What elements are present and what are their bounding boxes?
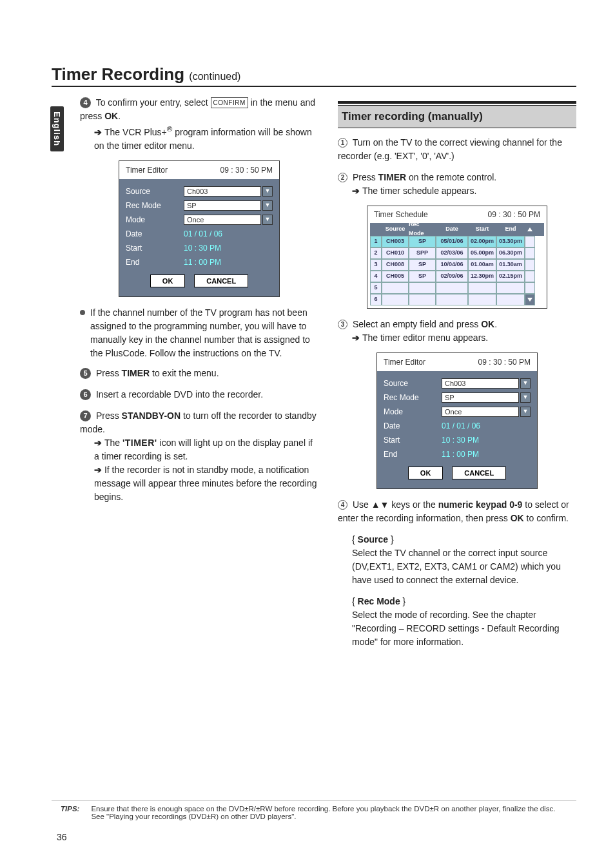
- cell-date: 02/03/06: [436, 247, 468, 259]
- cell-recmode: [409, 294, 436, 305]
- chevron-down-icon: ▼: [520, 378, 531, 389]
- timer-editor-right: Timer Editor 09 : 30 : 50 PM SourceCh003…: [376, 352, 538, 490]
- step-4: 4 To confirm your entry, select CONFIRM …: [80, 96, 318, 153]
- step-4-result: ➔ The VCR Plus+® program information wil…: [80, 123, 318, 153]
- schedule-columns: Source Rec Mode Date Start End: [370, 223, 544, 236]
- cell-end: 03.30pm: [496, 236, 525, 247]
- field-mode: Once: [442, 407, 519, 417]
- step-7-result-1: ➔ The 'TIMER' icon will light up on the …: [80, 436, 318, 463]
- text: Select the TV channel or the correct inp…: [352, 548, 561, 585]
- cell-end: [496, 294, 525, 305]
- cell-recmode: SP: [409, 271, 436, 282]
- tips-row: TIPS: Ensure that there is enough space …: [52, 800, 576, 820]
- text: Select the mode of recording. See the ch…: [352, 610, 560, 647]
- text: If the recorder is not in standby mode, …: [94, 465, 317, 502]
- language-tab: English: [50, 106, 64, 151]
- field-end: 11 : 00 PM: [442, 448, 531, 460]
- field-start: 10 : 30 PM: [184, 242, 273, 254]
- cell-end: 02.15pm: [496, 271, 525, 282]
- scroll-down-icon: [525, 294, 535, 305]
- cell-index: 1: [370, 236, 382, 247]
- source-field-desc: { Source } Select the TV channel or the …: [338, 533, 576, 587]
- left-column: 4 To confirm your entry, select CONFIRM …: [52, 96, 318, 800]
- editor-header: Timer Editor 09 : 30 : 50 PM: [377, 353, 537, 371]
- label-date: Date: [384, 420, 442, 432]
- cell-index: 4: [370, 271, 382, 282]
- label-end: End: [384, 448, 442, 460]
- cell-source: [382, 282, 409, 294]
- schedule-header: Timer Schedule 09 : 30 : 50 PM: [367, 206, 547, 223]
- step-badge-5: 5: [80, 368, 91, 379]
- ok-text: OK: [481, 319, 494, 329]
- cell-recmode: SP: [409, 236, 436, 247]
- bullet-note: If the channel number of the TV program …: [80, 306, 318, 360]
- cell-start: 02.00pm: [468, 236, 496, 247]
- cell-date: [436, 294, 468, 305]
- text: Press: [96, 368, 122, 378]
- cell-date: 05/01/06: [436, 236, 468, 247]
- editor-clock: 09 : 30 : 50 PM: [220, 164, 273, 176]
- step-2-result: ➔ The timer schedule appears.: [338, 184, 576, 198]
- editor-title: Timer Editor: [384, 356, 425, 368]
- step-badge-4: 4: [80, 97, 91, 108]
- schedule-row: 5: [370, 282, 544, 294]
- cell-date: 10/04/06: [436, 259, 468, 271]
- field-end: 11 : 00 PM: [184, 256, 273, 268]
- step-badge-3: 3: [338, 320, 347, 329]
- field-source: Ch003: [442, 378, 519, 389]
- cell-source: CH005: [382, 271, 409, 282]
- chevron-down-icon: ▼: [520, 407, 531, 417]
- cell-index: 5: [370, 282, 382, 294]
- text: To confirm your entry, select: [96, 97, 211, 108]
- label-date: Date: [126, 228, 184, 240]
- field-date: 01 / 01 / 06: [184, 228, 273, 240]
- text: Press: [353, 172, 378, 182]
- step-badge-4: 4: [338, 500, 347, 510]
- section-header: Timer recording (manually): [338, 101, 576, 128]
- text: Use ▲▼ keys or the: [353, 499, 438, 510]
- schedule-row: 6: [370, 294, 544, 305]
- cancel-button: CANCEL: [452, 467, 506, 480]
- schedule-row: 1CH003SP05/01/0602.00pm03.30pm: [370, 236, 544, 247]
- confirm-box: CONFIRM: [211, 97, 248, 108]
- timer-sc: 'TIMER': [122, 438, 157, 448]
- cell-source: [382, 294, 409, 305]
- step-4-right: 4 Use ▲▼ keys or the numeric keypad 0-9 …: [338, 498, 576, 525]
- arrow-icon: ➔: [94, 465, 104, 475]
- step-badge-6: 6: [80, 389, 91, 400]
- step-5: 5 Press TIMER to exit the menu.: [80, 367, 318, 380]
- label-source: Source: [126, 186, 184, 197]
- chevron-down-icon: ▼: [262, 215, 273, 225]
- step-6: 6 Insert a recordable DVD into the recor…: [80, 388, 318, 401]
- schedule-row: 2CH010SPP02/03/0605.00pm06.30pm: [370, 247, 544, 259]
- cell-end: 06.30pm: [496, 247, 525, 259]
- text: Insert a recordable DVD into the recorde…: [96, 389, 263, 400]
- cell-start: [468, 294, 496, 305]
- cell-date: [436, 282, 468, 294]
- schedule-row: 3CH008SP10/04/0601.00am01.30am: [370, 259, 544, 271]
- arrow-icon: ➔: [352, 333, 362, 343]
- field-date: 01 / 01 / 06: [442, 420, 531, 432]
- col-date: Date: [436, 225, 468, 234]
- scroll-cell: [525, 271, 535, 282]
- page-title-cont: (continued): [189, 71, 240, 82]
- cell-recmode: SP: [409, 259, 436, 271]
- step-badge-1: 1: [338, 138, 347, 148]
- editor-body: SourceCh003▼ Rec ModeSP▼ ModeOnce▼ Date0…: [377, 371, 537, 489]
- cell-recmode: [409, 282, 436, 294]
- cell-recmode: SPP: [409, 247, 436, 259]
- tips-label: TIPS:: [61, 805, 79, 820]
- text: Turn on the TV to the correct viewing ch…: [338, 137, 562, 161]
- editor-title: Timer Editor: [126, 164, 168, 176]
- step-7-result-2: ➔ If the recorder is not in standby mode…: [80, 463, 318, 504]
- label-mode: Mode: [126, 214, 184, 226]
- label-recmode: Rec Mode: [126, 200, 184, 211]
- step-badge-7: 7: [80, 410, 91, 421]
- step-3-result: ➔ The timer editor menu appears.: [338, 331, 576, 345]
- cell-start: 01.00am: [468, 259, 496, 271]
- editor-header: Timer Editor 09 : 30 : 50 PM: [119, 161, 279, 179]
- title-row: Timer Recording (continued): [52, 64, 576, 87]
- cell-source: CH003: [382, 236, 409, 247]
- cell-date: 02/09/06: [436, 271, 468, 282]
- standby-text: STANDBY-ON: [122, 410, 181, 421]
